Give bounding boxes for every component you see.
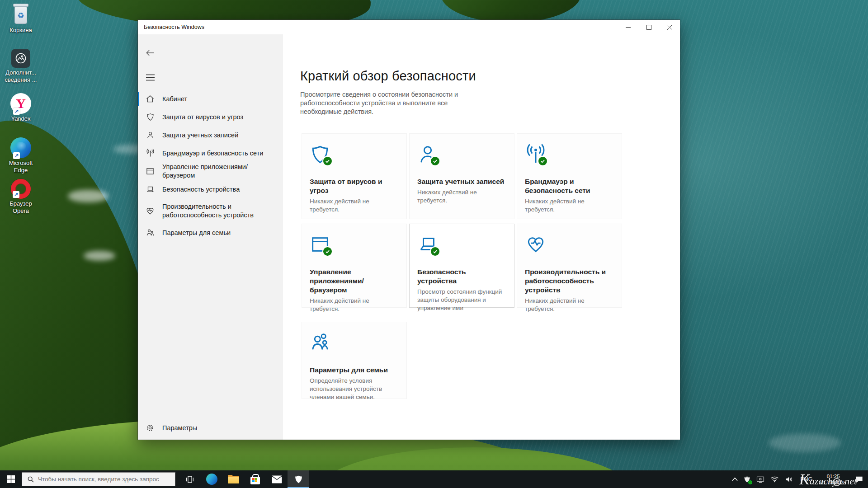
sidebar: Кабинет Защита от вирусов и угроз Защита xyxy=(138,34,283,440)
check-badge-icon xyxy=(430,246,440,257)
tray-security-button[interactable] xyxy=(740,470,754,488)
sidebar-item-label: Безопасность устройства xyxy=(162,185,243,194)
network-icon xyxy=(525,144,548,166)
apps-icon xyxy=(310,234,333,257)
tile-title: Защита от вирусов и угроз xyxy=(310,177,399,195)
taskbar-search[interactable] xyxy=(22,472,175,486)
tile-device-health[interactable]: Производительность и работоспособность у… xyxy=(517,224,622,308)
sidebar-item-label: Брандмауэр и безопасность сети xyxy=(162,149,267,158)
hamburger-icon[interactable] xyxy=(143,71,157,83)
tile-account-protection[interactable]: Защита учетных записей Никаких действий … xyxy=(409,133,514,219)
sidebar-item-virus-protection[interactable]: Защита от вирусов и угроз xyxy=(138,108,283,126)
sidebar-item-label: Защита учетных записей xyxy=(162,131,242,140)
sidebar-item-family-options[interactable]: Параметры для семьи xyxy=(138,224,283,242)
tile-status: Просмотр состояния функций защиты оборуд… xyxy=(417,288,506,312)
tile-virus-protection[interactable]: Защита от вирусов и угроз Никаких действ… xyxy=(302,133,407,219)
desktop-icon-edge[interactable]: ↗ Microsoft Edge xyxy=(4,137,38,174)
store-icon xyxy=(250,477,260,484)
tile-device-security[interactable]: Безопасность устройства Просмотр состоян… xyxy=(409,224,514,308)
title-bar[interactable]: Безопасность Windows xyxy=(138,20,680,34)
recycle-bin-icon: ♻ xyxy=(12,4,30,25)
close-button[interactable] xyxy=(659,20,680,34)
desktop-icon-opera[interactable]: ↗ Браузер Opera xyxy=(4,179,38,215)
family-icon xyxy=(310,332,333,355)
check-badge-icon xyxy=(322,246,333,257)
windows-security-window: Безопасность Windows xyxy=(138,20,680,440)
tile-title: Брандмауэр и безопасность сети xyxy=(525,177,614,195)
edge-icon xyxy=(206,474,217,485)
page-title: Краткий обзор безопасности xyxy=(300,69,476,84)
edge-taskbar-button[interactable] xyxy=(201,470,222,488)
tray-date: 01.03.2025 xyxy=(820,479,846,486)
tile-firewall[interactable]: Брандмауэр и безопасность сети Никаких д… xyxy=(517,133,622,219)
sidebar-item-firewall[interactable]: Брандмауэр и безопасность сети xyxy=(138,144,283,162)
tile-status: Никаких действий не требуется. xyxy=(525,297,614,313)
action-center-icon xyxy=(855,475,863,483)
task-view-button[interactable] xyxy=(179,470,201,488)
sidebar-settings: Параметры xyxy=(138,419,283,437)
health-icon xyxy=(525,234,548,257)
tray-clock-button[interactable]: 01:25 01.03.2025 xyxy=(816,470,850,488)
sea-foam xyxy=(769,434,841,452)
system-tray: ENG 01:25 01.03.2025 xyxy=(729,470,868,488)
chevron-up-icon xyxy=(732,477,738,481)
health-icon xyxy=(145,206,155,216)
sidebar-item-label: Защита от вирусов и угроз xyxy=(162,113,247,122)
sidebar-item-device-security[interactable]: Безопасность устройства xyxy=(138,180,283,198)
minimize-button[interactable] xyxy=(618,20,638,34)
sea-foam xyxy=(68,190,108,202)
desktop-icon-label: сведения ... xyxy=(4,76,38,84)
file-explorer-button[interactable] xyxy=(222,470,244,488)
search-input[interactable] xyxy=(38,476,169,483)
windows-security-taskbar-button[interactable] xyxy=(288,470,309,488)
tile-status: Никаких действий не требуется. xyxy=(310,197,399,214)
desktop-icon-recycle-bin[interactable]: ♻ Корзина xyxy=(4,4,38,34)
store-button[interactable] xyxy=(244,470,266,488)
user-icon xyxy=(145,130,155,140)
tile-family-options[interactable]: Параметры для семьи Определяйте условия … xyxy=(302,322,407,399)
sidebar-item-label: Производительность и работоспособность у… xyxy=(162,202,283,220)
sidebar-item-app-browser-control[interactable]: Управление приложениями/браузером xyxy=(138,162,283,180)
photo-icon xyxy=(11,49,30,68)
tile-title: Управление приложениями/браузером xyxy=(310,267,399,295)
sidebar-item-home[interactable]: Кабинет xyxy=(138,90,283,108)
windows-security-icon xyxy=(294,474,303,484)
sidebar-item-label: Параметры xyxy=(162,424,201,432)
tray-language-button[interactable]: ENG xyxy=(796,470,816,488)
shortcut-arrow-icon: ↗ xyxy=(13,108,20,115)
gear-icon xyxy=(145,423,155,433)
tray-volume-button[interactable] xyxy=(782,470,796,488)
desktop-icon-label: Корзина xyxy=(4,27,38,34)
check-badge-icon xyxy=(430,156,440,166)
sidebar-item-label: Кабинет xyxy=(162,95,191,103)
taskbar: ENG 01:25 01.03.2025 xyxy=(0,470,868,488)
edge-icon: ↗ xyxy=(10,137,31,158)
desktop-icon-yandex[interactable]: Y ↗ Yandex xyxy=(4,93,38,122)
maximize-button[interactable] xyxy=(638,20,659,34)
tile-status: Никаких действий не требуется. xyxy=(310,297,399,313)
tile-title: Безопасность устройства xyxy=(417,267,506,286)
check-badge-icon xyxy=(322,156,333,166)
windows-logo-icon xyxy=(7,475,15,483)
back-button[interactable] xyxy=(142,46,158,60)
desktop-icon-additional-info[interactable]: Дополнит... сведения ... xyxy=(4,49,38,84)
start-button[interactable] xyxy=(0,470,22,488)
tray-chevron-button[interactable] xyxy=(729,470,740,488)
sidebar-item-device-health[interactable]: Производительность и работоспособность у… xyxy=(138,198,283,224)
sidebar-item-settings[interactable]: Параметры xyxy=(138,419,283,437)
sidebar-nav: Кабинет Защита от вирусов и угроз Защита xyxy=(138,90,283,242)
sidebar-item-account-protection[interactable]: Защита учетных записей xyxy=(138,126,283,144)
desktop-icon-label: Дополнит... xyxy=(4,69,38,76)
desktop-icon-label: Microsoft xyxy=(4,160,38,167)
desktop-icon-label: Opera xyxy=(4,207,38,215)
tray-display-button[interactable] xyxy=(754,470,767,488)
desktop-icon-label: Edge xyxy=(4,167,38,174)
opera-icon: ↗ xyxy=(11,179,31,199)
device-icon xyxy=(417,234,441,257)
window-title: Безопасность Windows xyxy=(138,24,204,30)
action-center-button[interactable] xyxy=(850,470,868,488)
mail-button[interactable] xyxy=(266,470,288,488)
tray-wifi-button[interactable] xyxy=(767,470,782,488)
tile-app-browser-control[interactable]: Управление приложениями/браузером Никаки… xyxy=(302,224,407,308)
shield-icon xyxy=(145,112,155,122)
